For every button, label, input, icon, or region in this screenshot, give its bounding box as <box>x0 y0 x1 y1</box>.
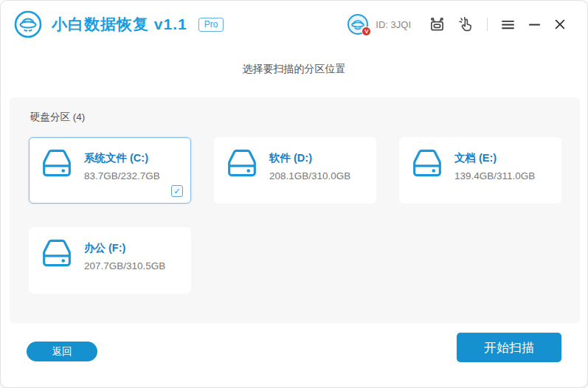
partition-size: 139.4GB/311.0GB <box>454 170 535 181</box>
partition-card-e[interactable]: 文档 (E:) 139.4GB/311.0GB <box>399 137 561 204</box>
hard-drive-icon <box>41 238 72 268</box>
partition-size: 207.7GB/310.5GB <box>84 260 165 271</box>
partition-name: 软件 (D:) <box>269 151 312 165</box>
section-title: 硬盘分区 (4) <box>30 111 85 124</box>
pointer-hand-icon[interactable] <box>457 16 474 33</box>
vip-badge: V <box>362 27 371 36</box>
app-window: 小白数据恢复 v1.1 Pro V ID: 3JQI <box>0 0 588 388</box>
titlebar-divider <box>487 18 488 31</box>
partition-name: 系统文件 (C:) <box>84 151 148 165</box>
partition-name: 文档 (E:) <box>454 151 497 165</box>
minimize-icon[interactable] <box>528 18 541 31</box>
hard-drive-icon <box>412 148 443 178</box>
partition-size: 208.1GB/310.0GB <box>269 170 350 181</box>
robot-icon[interactable] <box>429 16 446 33</box>
user-avatar-icon[interactable]: V <box>347 14 368 35</box>
close-icon[interactable] <box>554 18 566 30</box>
back-button[interactable]: 返回 <box>27 342 97 361</box>
app-logo-icon <box>14 10 42 38</box>
hard-drive-icon <box>41 148 72 178</box>
titlebar-right: V ID: 3JQI <box>347 1 573 48</box>
pro-badge: Pro <box>198 18 224 32</box>
partition-card-f[interactable]: 办公 (F:) 207.7GB/310.5GB <box>29 227 191 294</box>
partition-checkbox[interactable]: ✓ <box>171 185 183 197</box>
partition-cards: 系统文件 (C:) 83.7GB/232.7GB ✓ 软件 (D:) 208.1… <box>29 137 561 294</box>
user-id: ID: 3JQI <box>376 19 411 30</box>
partition-size: 83.7GB/232.7GB <box>84 170 160 181</box>
partition-card-d[interactable]: 软件 (D:) 208.1GB/310.0GB <box>214 137 376 204</box>
app-title: 小白数据恢复 v1.1 <box>52 14 187 35</box>
menu-icon[interactable] <box>501 19 515 30</box>
titlebar-left: 小白数据恢复 v1.1 Pro <box>14 1 224 48</box>
partition-card-c[interactable]: 系统文件 (C:) 83.7GB/232.7GB ✓ <box>29 137 191 204</box>
hard-drive-icon <box>226 148 257 178</box>
partition-name: 办公 (F:) <box>84 241 125 255</box>
check-icon: ✓ <box>173 187 180 196</box>
start-scan-button[interactable]: 开始扫描 <box>457 333 561 362</box>
page-title: 选择要扫描的分区位置 <box>1 63 587 76</box>
titlebar: 小白数据恢复 v1.1 Pro V ID: 3JQI <box>1 1 587 48</box>
partitions-panel: 硬盘分区 (4) 系统文件 (C:) 83.7GB/232.7GB ✓ <box>10 97 580 323</box>
